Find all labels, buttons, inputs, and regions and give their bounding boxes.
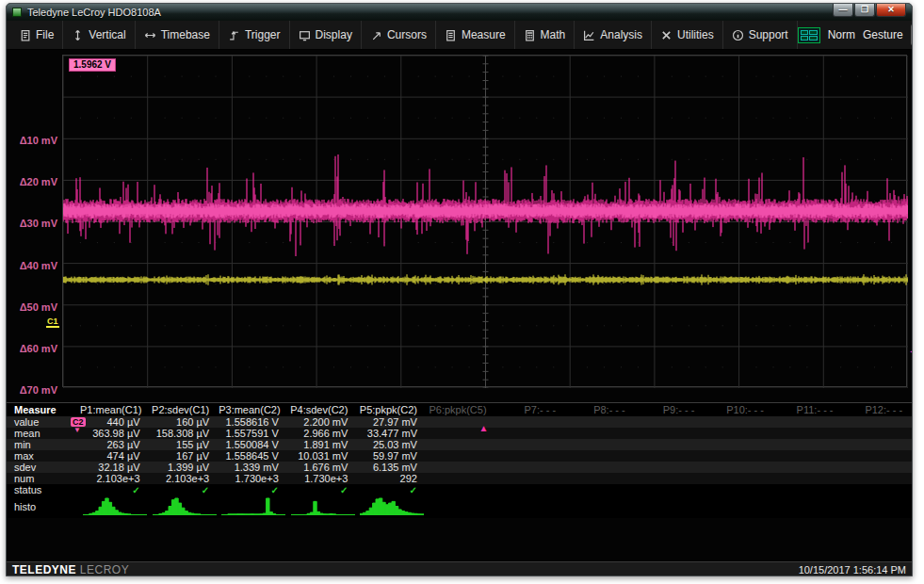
menu-item-support[interactable]: Support — [723, 21, 798, 49]
measure-histo-cell — [150, 495, 219, 518]
menu-item-label: Cursors — [387, 28, 427, 41]
undo-button[interactable]: Undo ↶ — [911, 24, 913, 46]
menu-item-math[interactable]: Math — [515, 21, 575, 49]
menu-item-vertical[interactable]: Vertical — [63, 21, 135, 49]
measure-cell — [773, 439, 843, 450]
measure-column-header[interactable]: P8:- - - — [565, 403, 635, 416]
menu-item-cursors[interactable]: Cursors — [362, 21, 436, 49]
c1-trace-marker[interactable]: C1 — [46, 316, 59, 328]
measure-column-header[interactable]: P12:- - - — [843, 403, 913, 416]
measure-status-cell: ✓ — [219, 484, 288, 495]
measure-cell — [635, 450, 705, 462]
minimize-button[interactable]: — — [833, 4, 853, 17]
measure-cell — [843, 462, 913, 473]
measure-column-header[interactable]: P3:mean(C2) — [219, 403, 288, 416]
menu-item-display[interactable]: Display — [290, 21, 362, 49]
measure-cell: 33.477 mV — [357, 428, 427, 439]
measure-histo-cell — [635, 495, 705, 518]
trigger-level-marker-icon[interactable]: ◀ — [910, 346, 913, 356]
restore-button[interactable]: ❐ — [854, 4, 875, 17]
measure-histo-cell — [427, 495, 496, 518]
measure-cell: 1.891 mV — [288, 439, 358, 450]
measure-histo-cell — [357, 495, 427, 518]
measure-cell: 1.399 µV — [150, 462, 219, 473]
measure-status-cell — [843, 484, 913, 495]
analysis-icon — [583, 29, 595, 41]
measure-cell: 1.550084 V — [219, 439, 288, 450]
measure-cell: 2.966 mV — [288, 428, 358, 439]
close-button[interactable]: ✕ — [876, 4, 906, 17]
histogram-icon — [83, 495, 147, 516]
measure-column-header[interactable]: P2:sdev(C1) — [150, 403, 219, 416]
menu-item-timebase[interactable]: Timebase — [136, 21, 219, 49]
measure-histo-cell — [288, 495, 358, 518]
norm-button[interactable]: Norm — [828, 28, 855, 41]
measure-cell: 25.03 mV — [357, 439, 427, 450]
measure-cell — [843, 450, 913, 462]
measure-cell: 10.031 mV — [288, 450, 358, 462]
menu-item-utilities[interactable]: Utilities — [652, 21, 723, 49]
measure-icon — [445, 29, 457, 41]
menu-item-file[interactable]: File — [10, 21, 63, 49]
vertical-icon — [72, 29, 84, 41]
y-axis-label: Δ20 mV — [8, 176, 57, 187]
measure-cell: 27.97 mV — [357, 416, 427, 428]
histogram-icon — [153, 495, 217, 516]
measure-cell: 363.98 µV — [80, 428, 150, 439]
menu-item-analysis[interactable]: Analysis — [575, 21, 652, 49]
measure-column-header[interactable]: P7:- - - — [496, 403, 566, 416]
measure-column-header[interactable]: P5:pkpk(C2) — [357, 403, 427, 416]
measure-status-cell: ✓ — [288, 484, 358, 495]
status-check-icon: ✓ — [202, 485, 209, 495]
measure-cell: 292 — [357, 473, 427, 484]
status-check-icon: ✓ — [270, 485, 278, 495]
file-icon — [19, 29, 31, 41]
histogram-icon — [221, 495, 285, 516]
measure-cell — [843, 439, 913, 450]
c2-trace-marker[interactable]: C2▼ — [71, 417, 86, 427]
measure-cell: 1.676 mV — [288, 462, 358, 473]
measure-histo-cell — [565, 495, 635, 518]
measure-column-header[interactable]: P11:- - - — [773, 403, 843, 416]
gesture-button[interactable]: Gesture — [863, 28, 903, 41]
y-axis-label: Δ10 mV — [8, 135, 57, 146]
measure-histo-cell — [843, 495, 913, 518]
title-bar[interactable]: Teledyne LeCroy HDO8108A — ❐ ✕ — [7, 4, 912, 21]
measure-status-cell — [565, 484, 635, 495]
menu-item-label: Vertical — [89, 28, 125, 41]
measure-column-header[interactable]: P6:pkpk(C5) — [427, 403, 496, 416]
measure-column-header[interactable]: P1:mean(C1) — [80, 403, 150, 416]
measure-row-label: min — [7, 439, 80, 450]
measure-cell: 2.103e+3 — [80, 473, 150, 484]
waveform-svg — [63, 56, 908, 388]
measure-cell: 155 µV — [150, 439, 219, 450]
measure-cell: 6.135 mV — [357, 462, 427, 473]
measure-cell: 160 µV — [150, 416, 219, 428]
measure-cell — [565, 450, 635, 462]
measure-column-header[interactable]: P10:- - - — [704, 403, 773, 416]
measure-table-title: Measure — [7, 403, 80, 416]
measure-status-cell — [427, 484, 496, 495]
measure-row-label: num — [7, 473, 80, 484]
display-grid-icon[interactable] — [798, 27, 820, 43]
menu-item-trigger[interactable]: Trigger — [219, 21, 290, 49]
measure-status-cell: ✓ — [357, 484, 427, 495]
menu-item-measure[interactable]: Measure — [436, 21, 515, 49]
measure-cell — [635, 428, 705, 439]
y-axis-label: Δ50 mV — [8, 301, 57, 313]
measure-cell — [565, 473, 635, 484]
utilities-icon — [660, 29, 673, 41]
measure-column-header[interactable]: P4:sdev(C2) — [288, 403, 358, 416]
measure-cell — [773, 416, 843, 428]
timebase-icon — [144, 29, 156, 41]
measure-cell: 2.103e+3 — [150, 473, 219, 484]
measure-cell — [843, 473, 913, 484]
measure-cell — [704, 462, 773, 473]
measure-histo-cell — [704, 495, 773, 518]
trigger-time-marker-icon[interactable]: ▲ — [479, 423, 489, 433]
measure-cell — [496, 473, 566, 484]
undo-icon: ↶ — [912, 35, 913, 43]
measure-cell — [635, 473, 705, 484]
measure-cell — [635, 416, 705, 428]
measure-column-header[interactable]: P9:- - - — [635, 403, 705, 416]
